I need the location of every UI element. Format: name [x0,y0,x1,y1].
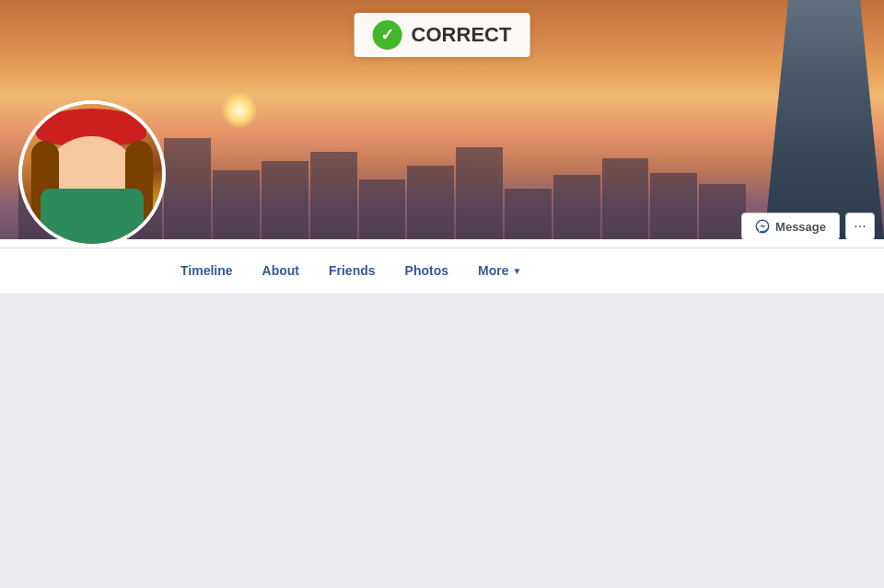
building [650,173,697,239]
building [407,166,454,239]
building [213,170,260,239]
nav-photos-correct[interactable]: Photos [390,250,463,294]
nav-more-correct[interactable]: More [463,250,536,294]
nav-timeline-correct[interactable]: Timeline [166,250,248,294]
profile-pic-correct [18,100,166,248]
building [602,158,649,239]
message-button-correct[interactable]: Message [741,213,840,240]
correct-icon: ✓ [373,20,402,50]
building [553,175,600,239]
message-label-correct: Message [775,220,826,234]
action-buttons-correct: Message ··· [741,213,875,240]
building [262,161,308,239]
building [505,189,552,239]
correct-text: CORRECT [412,23,512,47]
skyscraper-correct [764,0,884,239]
options-dots-correct: ··· [854,218,866,235]
nav-bar-correct: Timeline About Friends Photos More [0,248,884,294]
correct-section: ✓ CORRECT Message ··· [0,0,884,294]
options-button-correct[interactable]: ··· [845,213,875,240]
building [359,179,406,239]
messenger-icon [755,219,770,234]
building [310,152,357,239]
building [164,138,211,239]
building [456,147,503,239]
correct-label: ✓ CORRECT [355,13,530,57]
nav-about-correct[interactable]: About [248,250,314,294]
building [699,184,746,239]
nav-friends-correct[interactable]: Friends [314,250,390,294]
